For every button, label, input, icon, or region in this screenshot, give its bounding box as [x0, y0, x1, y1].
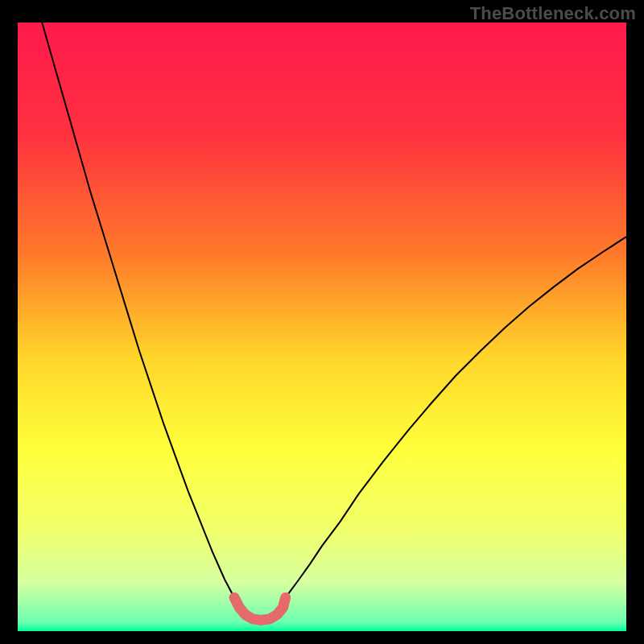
watermark-text: TheBottleneck.com [470, 3, 636, 24]
chart-canvas [0, 0, 644, 644]
outer-frame: TheBottleneck.com [0, 0, 644, 644]
plot-background [18, 23, 626, 631]
